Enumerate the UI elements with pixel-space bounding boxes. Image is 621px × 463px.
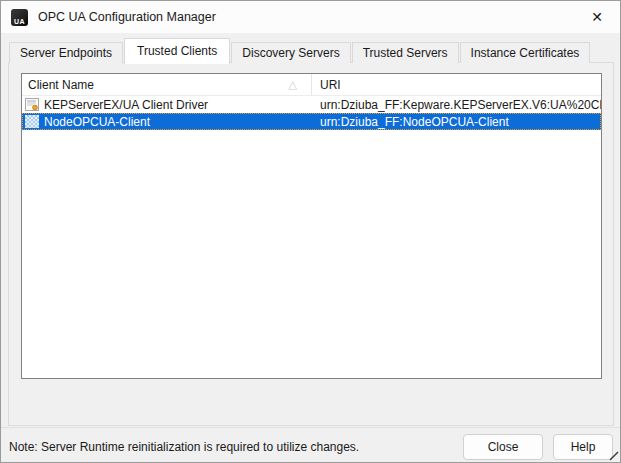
tab-discovery-servers[interactable]: Discovery Servers — [231, 42, 350, 63]
certificate-icon — [25, 98, 39, 111]
sort-ascending-icon — [289, 77, 297, 91]
help-button[interactable]: Help — [553, 434, 613, 460]
tab-server-endpoints[interactable]: Server Endpoints — [9, 42, 123, 63]
tab-instance-certificates[interactable]: Instance Certificates — [460, 42, 591, 63]
close-icon[interactable]: ✕ — [574, 1, 620, 32]
column-header-uri-label: URI — [320, 78, 341, 92]
tab-trusted-servers[interactable]: Trusted Servers — [352, 42, 459, 63]
window-title: OPC UA Configuration Manager — [38, 10, 216, 24]
close-button[interactable]: Close — [463, 434, 543, 460]
certificate-icon — [25, 115, 39, 128]
trusted-clients-list[interactable]: Client Name URI KEPServerEX/UA Client Dr… — [21, 73, 602, 379]
list-row-kepserverex-ua-client-driver[interactable]: KEPServerEX/UA Client Driverurn:Dziuba_F… — [22, 96, 601, 113]
footer-divider — [1, 427, 620, 428]
tab-strip: Server EndpointsTrusted ClientsDiscovery… — [9, 33, 612, 63]
column-header-client-name[interactable]: Client Name — [22, 74, 312, 95]
title-bar: UA OPC UA Configuration Manager ✕ — [1, 1, 620, 33]
runtime-note: Note: Server Runtime reinitialization is… — [9, 440, 359, 454]
list-body: KEPServerEX/UA Client Driverurn:Dziuba_F… — [22, 96, 601, 130]
list-header: Client Name URI — [22, 74, 601, 96]
app-icon: UA — [11, 9, 28, 26]
resize-grip[interactable] — [609, 451, 619, 461]
uri-cell: urn:Dziuba_FF:NodeOPCUA-Client — [312, 115, 601, 129]
opc-ua-configuration-manager-window: UA OPC UA Configuration Manager ✕ Server… — [0, 0, 621, 463]
client-name-cell: NodeOPCUA-Client — [22, 115, 312, 129]
column-header-uri[interactable]: URI — [312, 74, 601, 95]
uri-cell: urn:Dziuba_FF:Kepware.KEPServerEX.V6:UA%… — [312, 98, 601, 112]
client-name-cell: KEPServerEX/UA Client Driver — [22, 98, 312, 112]
client-name-text: KEPServerEX/UA Client Driver — [44, 98, 208, 112]
column-header-client-name-label: Client Name — [28, 78, 94, 92]
list-row-nodeopcua-client[interactable]: NodeOPCUA-Clienturn:Dziuba_FF:NodeOPCUA-… — [22, 113, 601, 130]
tab-trusted-clients[interactable]: Trusted Clients — [124, 38, 230, 64]
client-name-text: NodeOPCUA-Client — [44, 115, 150, 129]
